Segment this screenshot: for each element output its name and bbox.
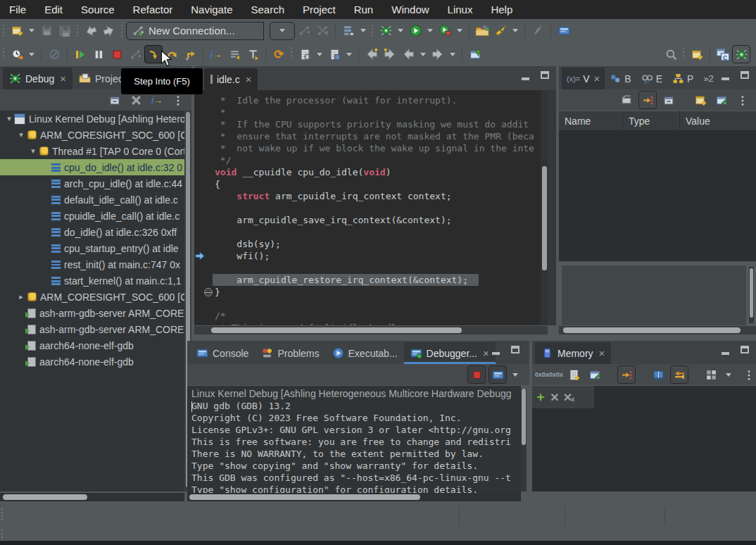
disconnect-button[interactable] [126,45,144,63]
step-return-button[interactable] [181,45,199,63]
menu-item-project[interactable]: Project [294,0,345,19]
toolbar-grip[interactable] [2,48,6,61]
expander-icon[interactable]: ▾ [4,114,14,123]
statusbar-grip[interactable] [1,508,4,521]
editor-hscrollbar[interactable] [194,326,548,334]
menu-item-search[interactable]: Search [241,0,294,19]
display-selected-console-button[interactable] [489,365,507,384]
console-vscrollbar[interactable] [521,389,527,491]
new-watch-button[interactable] [691,91,710,109]
back-button[interactable] [399,45,417,63]
forward-button[interactable] [429,45,447,63]
maximize-icon[interactable] [741,346,749,353]
debug-history-button[interactable] [8,45,26,63]
load-target-button[interactable] [473,22,491,40]
flash-dropdown-button[interactable] [510,22,521,40]
editor-vscrollbar[interactable] [541,90,548,325]
tree-row[interactable]: default_idle_call() at idle.c [0,192,184,208]
tree-row[interactable]: aarch64-none-elf-gdb [0,353,184,370]
menu-item-source[interactable]: Source [72,0,124,19]
expander-icon[interactable]: ▾ [16,130,26,139]
restart-button[interactable]: ⟳ [270,45,288,63]
tab-problems[interactable]: Problems [255,342,325,364]
instruction-stepping-button[interactable]: i → [207,45,225,63]
code-editor[interactable]: * Idle the processor (wait for interrupt… [194,90,548,325]
undo-button[interactable] [82,22,100,40]
close-icon[interactable]: × [594,73,600,84]
open-perspective-button[interactable] [688,45,706,63]
resume-button[interactable] [71,45,89,63]
console-dropdown-button[interactable] [510,365,521,384]
tree-row[interactable]: arch_cpu_idle() at idle.c:44 [0,175,184,192]
menu-item-refactor[interactable]: Refactor [124,0,182,19]
connect-node-button[interactable] [295,22,313,40]
tab-expressions[interactable]: x= E [636,68,667,89]
maximize-icon[interactable] [511,346,519,353]
minimize-icon[interactable] [722,77,729,80]
profile-button[interactable] [436,22,454,40]
new-memory-view-button[interactable] [565,365,583,384]
pin-editor-button[interactable] [466,45,484,63]
open-view-settings-button[interactable] [712,91,731,109]
tree-row[interactable]: cpuidle_idle_call() at idle.c [0,208,184,224]
close-icon[interactable]: × [60,73,66,84]
remove-memory-monitor-button[interactable]: ✕ [549,388,560,406]
new-button[interactable] [8,22,26,40]
tree-row[interactable]: rest_init() at main.c:747 0x [0,256,184,272]
minimize-icon[interactable] [492,352,500,355]
tab-breakpoints[interactable]: B [605,68,636,89]
hex-address-button[interactable]: 0x0x [536,365,548,384]
toggle-memory-monitors-button[interactable] [649,365,667,384]
view-menu-button[interactable]: ⋮ [733,91,752,109]
tab-debugger-console[interactable]: Debugger... × [404,342,496,364]
run-button[interactable] [406,22,424,40]
toolbar-grip[interactable] [120,25,124,37]
tab-debug[interactable]: Debug × [3,68,73,89]
collapse-all-button[interactable] [660,91,678,109]
show-type-names-button[interactable] [617,91,636,109]
expander-icon[interactable]: ▾ [28,146,38,156]
search-button[interactable] [662,45,680,63]
skip-all-breakpoints-button[interactable] [45,45,63,63]
tab-console[interactable]: Console [190,342,255,364]
console-output[interactable]: Linux Kernel Debug [Ashling Heterogeneou… [187,386,521,494]
maximize-icon[interactable] [541,71,549,79]
new-dropdown-button[interactable] [26,22,37,40]
column-name[interactable]: Name [559,111,623,130]
variables-table[interactable] [559,131,756,261]
column-value[interactable]: Value [680,111,756,130]
switch-memory-rendering-button[interactable] [670,365,688,384]
mark-occurrences-button[interactable] [529,22,547,40]
debug-dropdown-button[interactable] [395,22,406,40]
terminate-button[interactable] [108,45,126,63]
tree-row[interactable]: do_idle() at idle.c:326 0xff [0,224,184,240]
connection-dropdown-button[interactable] [270,22,295,40]
use-step-filters-button[interactable] [244,45,262,63]
toolbar-grip[interactable] [682,48,686,61]
close-icon[interactable]: × [246,73,252,85]
tree-row[interactable]: ash-arm-gdb-server ARM_CORES [0,305,184,321]
maximize-icon[interactable] [741,71,749,79]
fold-marker-icon[interactable]: — [204,288,213,296]
debug-launch-tree[interactable]: ▾Linux Kernel Debug [Ashling Hetero▾ARM_… [0,111,184,491]
tab-overflow[interactable]: »2 [698,68,718,89]
last-edit-back-button[interactable] [363,45,381,63]
toolbar-grip[interactable] [2,25,6,37]
link-memory-button[interactable] [617,365,636,384]
layout-dropdown-button[interactable] [723,365,734,384]
debug-button[interactable] [377,22,395,40]
debug-history-dropdown[interactable] [26,45,37,63]
open-type-dropdown[interactable] [344,45,355,63]
variables-hscrollbar[interactable] [559,326,756,334]
menu-item-window[interactable]: Window [382,0,438,19]
debug-perspective-button[interactable] [732,45,750,63]
export-memory-button[interactable] [586,365,604,384]
add-memory-monitor-button[interactable]: + [535,388,546,406]
suspend-button[interactable] [89,45,108,63]
open-element-button[interactable] [296,45,314,63]
menu-item-help[interactable]: Help [481,0,522,19]
tab-variables[interactable]: (x)= V × [562,68,605,89]
expander-icon[interactable]: ▸ [16,292,26,301]
last-edit-forward-button[interactable] [381,45,399,63]
menu-item-edit[interactable]: Edit [35,0,72,19]
